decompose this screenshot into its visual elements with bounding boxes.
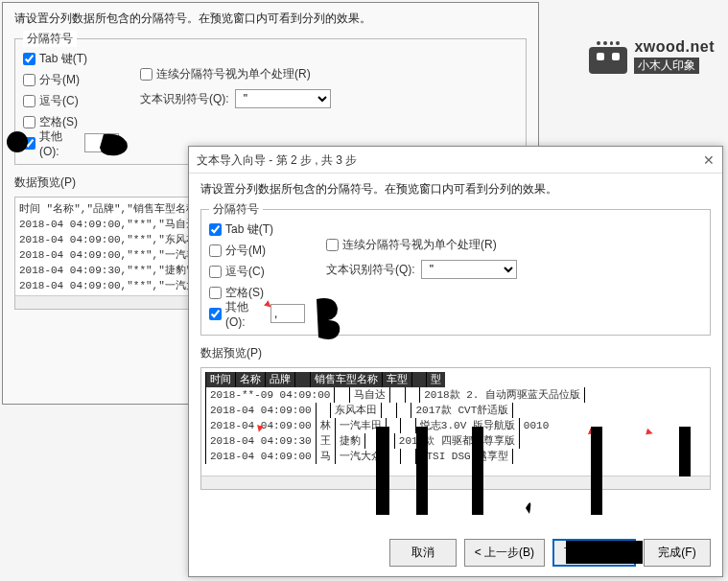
delim-other-row[interactable]: 其他(O): (23, 133, 119, 152)
delim-semicolon-label: 分号(M) (39, 72, 80, 88)
delim-comma-checkbox[interactable] (23, 95, 35, 107)
cell: 2017款 CVT舒适版 (411, 403, 512, 418)
preview-row: 2018-**-09 04:09:00 马自达 2018款 2. 自动两驱蓝天品… (205, 387, 706, 403)
back-button[interactable]: < 上一步(B) (464, 539, 545, 567)
preview-box-front[interactable]: 时间名称品牌 销售车型名称车型 型2018-**-09 04:09:00 马自达… (200, 367, 711, 490)
delim-semicolon-row[interactable]: 分号(M) (23, 70, 119, 89)
titlebar: 文本导入向导 - 第 2 步 , 共 3 步 ✕ (189, 147, 722, 174)
cell (396, 403, 411, 418)
delimiters-legend: 分隔符号 (23, 31, 77, 47)
cell (386, 418, 401, 433)
cell (316, 403, 331, 418)
cell (386, 449, 401, 464)
cell: 0010 (519, 418, 552, 433)
cell: 2018款 四驱都市尊享版 (394, 433, 519, 449)
delim-tab-row[interactable]: Tab 键(T) (23, 49, 119, 68)
cell (584, 387, 599, 403)
cell: 2018-04 04:09:00 (205, 403, 316, 418)
column-header (294, 372, 310, 387)
preview-label-f: 数据预览(P) (189, 345, 722, 361)
delim-space-checkbox-f[interactable] (209, 287, 222, 299)
treat-consecutive-checkbox-f[interactable] (326, 239, 339, 251)
column-header: 车型 (382, 372, 411, 387)
delim-semicolon-checkbox[interactable] (23, 74, 35, 86)
cell: 林 (316, 418, 335, 433)
logo-cn: 小木人印象 (634, 58, 699, 74)
button-row: 取消 < 上一步(B) 下一步(N) > 完成(F) (389, 539, 711, 567)
cell: 马 (316, 449, 335, 464)
delim-other-row-f[interactable]: 其他(O): (209, 304, 305, 323)
cell: 东风本田 (330, 403, 381, 418)
cell (381, 403, 396, 418)
cell: 2018-04 04:09:00 (205, 418, 316, 433)
finish-button[interactable]: 完成(F) (644, 539, 711, 567)
cell: DTSI DSG 越享型 (415, 449, 512, 464)
cell (405, 387, 420, 403)
treat-consecutive-row-f[interactable]: 连续分隔符号视为单个处理(R) (326, 235, 702, 254)
cell (400, 418, 415, 433)
cell: 捷豹 (335, 433, 364, 449)
cell: 2018-04 04:09:30 (205, 433, 316, 449)
delim-tab-checkbox-f[interactable] (209, 223, 222, 236)
treat-consecutive-label: 连续分隔符号视为单个处理(R) (156, 66, 311, 82)
cell (364, 433, 380, 449)
delim-semicolon-row-f[interactable]: 分号(M) (209, 241, 305, 260)
delim-other-input-f[interactable] (270, 304, 305, 323)
delim-other-checkbox-f[interactable] (209, 308, 222, 320)
cell: 一汽大众 (335, 449, 386, 464)
column-header: 时间 (205, 372, 235, 387)
column-header: 型 (426, 372, 445, 387)
delim-tab-row-f[interactable]: Tab 键(T) (209, 220, 305, 239)
logo-en: xwood.net (634, 38, 715, 55)
delim-comma-row-f[interactable]: 逗号(C) (209, 262, 305, 281)
preview-row: 2018-04 04:09:00林一汽丰田 悦志3.0V 版导航版0010 (205, 418, 706, 433)
next-button[interactable]: 下一步(N) > (552, 539, 636, 567)
cell: 悦志3.0V 版导航版 (415, 418, 519, 433)
dialog-title: 文本导入向导 - 第 2 步 , 共 3 步 (197, 147, 357, 173)
cell: 2018-04 04:09:00 (205, 449, 316, 464)
column-header: 销售车型名称 (310, 372, 382, 387)
delim-comma-checkbox-f[interactable] (209, 266, 222, 278)
preview-row: 2018-04 04:09:30王捷豹 2018款 四驱都市尊享版 (205, 433, 706, 449)
delimiters-legend-front: 分隔符号 (209, 201, 263, 218)
delim-space-checkbox[interactable] (23, 116, 35, 128)
preview-row: 2018-04 04:09:00 东风本田 2017款 CVT舒适版 (205, 403, 706, 418)
cancel-button[interactable]: 取消 (389, 539, 457, 567)
cell: 2018款 2. 自动两驱蓝天品位版 (419, 387, 584, 403)
column-header: 品牌 (265, 372, 294, 387)
scrollbar-f[interactable] (201, 476, 710, 489)
instruction-text: 请设置分列数据所包含的分隔符号。在预览窗口内可看到分列的效果。 (3, 3, 538, 35)
delimiters-group-front: 分隔符号 Tab 键(T) 分号(M) 逗号(C) 空格(S) (200, 209, 711, 336)
cell (400, 449, 415, 464)
delim-other-checkbox[interactable] (23, 137, 35, 150)
treat-consecutive-row[interactable]: 连续分隔符号视为单个处理(R) (140, 64, 518, 83)
cell (334, 387, 349, 403)
delim-comma-label: 逗号(C) (39, 93, 79, 109)
treat-consecutive-checkbox[interactable] (140, 68, 153, 81)
cell (519, 433, 534, 449)
cell: 2018-**-09 04:09:00 (205, 387, 334, 403)
cell: 王 (316, 433, 335, 449)
delim-tab-label: Tab 键(T) (39, 51, 87, 67)
text-qualifier-select[interactable]: " (235, 89, 331, 108)
cell: 马自达 (349, 387, 389, 403)
wizard-step2-front: 文本导入向导 - 第 2 步 , 共 3 步 ✕ 请设置分列数据所包含的分隔符号… (188, 146, 723, 577)
preview-row: 2018-04 04:09:00马一汽大众 DTSI DSG 越享型 (205, 449, 706, 464)
site-logo: xwood.net 小木人印象 (589, 38, 715, 74)
column-header (411, 372, 427, 387)
robot-icon (589, 39, 627, 74)
cell (512, 403, 528, 418)
delim-other-input[interactable] (84, 133, 119, 152)
close-icon[interactable]: ✕ (703, 147, 715, 173)
instruction-text-front: 请设置分列数据所包含的分隔符号。在预览窗口内可看到分列的效果。 (189, 174, 722, 205)
text-qualifier-select-f[interactable]: " (421, 260, 517, 279)
delim-semicolon-checkbox-f[interactable] (209, 244, 222, 257)
delim-comma-row[interactable]: 逗号(C) (23, 91, 119, 110)
cell (389, 387, 405, 403)
column-header: 名称 (235, 372, 265, 387)
delim-tab-checkbox[interactable] (23, 53, 35, 65)
cell: 一汽丰田 (335, 418, 386, 433)
cell (379, 433, 394, 449)
text-qualifier-label: 文本识别符号(Q): (140, 91, 229, 107)
delim-other-label: 其他(O): (39, 128, 79, 158)
